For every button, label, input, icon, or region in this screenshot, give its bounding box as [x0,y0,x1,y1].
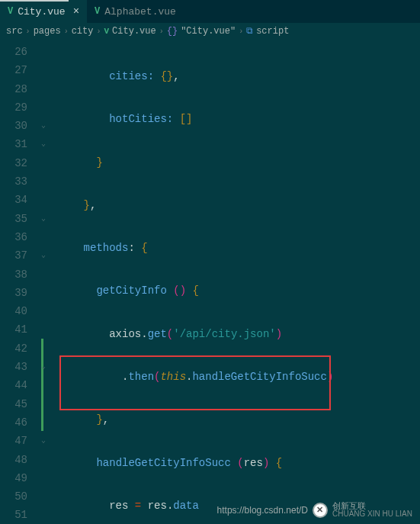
breadcrumb-object[interactable]: "City.vue" [181,26,236,37]
tab-alphabet-vue[interactable]: V Alphabet.vue [87,0,184,23]
vue-icon: V [95,6,100,17]
line-number: 50 [0,487,27,506]
line-number: 26 [0,43,27,61]
fold-cell [41,284,58,302]
fold-cell [41,191,58,209]
fold-cell [41,320,58,339]
close-icon[interactable]: × [73,5,79,18]
line-number: 32 [0,154,27,172]
fold-cell [41,469,58,487]
line-number: 45 [0,395,27,413]
fold-cell [41,413,58,432]
fold-cell[interactable]: ⌄ [41,358,58,376]
line-number-gutter: 2627282930313233343536373839404142434445… [0,40,41,524]
chevron-right-icon: › [26,27,30,36]
fold-cell [41,43,58,61]
line-number: 27 [0,61,27,79]
fold-cell [41,80,58,98]
breadcrumb-file[interactable]: City.vue [112,26,156,37]
fold-cell [41,487,58,506]
fold-cell[interactable]: ⌄ [41,246,58,265]
line-number: 46 [0,413,27,432]
tab-label: City.vue [18,6,65,18]
chevron-right-icon: › [239,27,243,36]
fold-cell [41,302,58,320]
fold-cell[interactable]: ⌄ [41,117,58,135]
fold-cell [41,61,58,79]
fold-cell[interactable]: ⌄ [41,210,58,228]
watermark-brand-en: CHUANG XIN HU LIAN [332,510,412,518]
line-number: 28 [0,80,27,98]
line-number: 43 [0,358,27,376]
fold-cell [41,228,58,246]
line-number: 42 [0,339,27,358]
active-tab-indicator [0,0,69,2]
fold-cell [41,506,58,524]
line-number: 33 [0,172,27,191]
breadcrumb-tag[interactable]: script [256,26,289,37]
tag-icon: ⧉ [246,26,253,37]
code-line: getCityInfo () { [58,281,420,300]
code-line: }, [58,410,420,429]
fold-cell [41,395,58,413]
chevron-right-icon: › [64,27,69,36]
line-number: 39 [0,284,27,302]
fold-column: ⌄⌄⌄⌄⌄⌄ [41,40,58,524]
code-line: axios.get('/api/city.json') [58,325,420,343]
code-editor[interactable]: 2627282930313233343536373839404142434445… [0,40,420,524]
code-line: } [58,153,420,172]
fold-cell [41,451,58,469]
fold-cell[interactable]: ⌄ [41,135,58,153]
line-number: 40 [0,302,27,320]
breadcrumb-item[interactable]: src [6,26,23,37]
code-line: cities: {}, [58,67,420,85]
vue-icon: V [8,6,13,17]
braces-icon: {} [167,26,178,37]
line-number: 41 [0,320,27,339]
tab-label: Alphabet.vue [104,6,176,18]
fold-cell [41,98,58,117]
logo-icon: ✕ [313,503,328,518]
line-number: 38 [0,265,27,284]
line-number: 29 [0,98,27,117]
vue-icon: V [104,27,109,36]
watermark-url: https://blog.csdn.net/D [217,505,308,516]
line-number: 48 [0,451,27,469]
fold-cell [41,265,58,284]
line-number: 30 [0,117,27,135]
line-number: 44 [0,376,27,394]
chevron-right-icon: › [96,27,101,36]
fold-cell [41,154,58,172]
line-number: 34 [0,191,27,209]
tab-city-vue[interactable]: V City.vue × [0,0,87,23]
tab-bar: V City.vue × V Alphabet.vue [0,0,420,23]
breadcrumb: src › pages › city › V City.vue › {} "Ci… [0,23,420,40]
line-number: 47 [0,432,27,450]
line-number: 37 [0,246,27,265]
fold-cell [41,376,58,394]
fold-cell [41,339,58,358]
fold-cell[interactable]: ⌄ [41,432,58,450]
line-number: 35 [0,210,27,228]
fold-cell [41,172,58,191]
code-area[interactable]: cities: {}, hotCities: [] } }, methods: … [58,40,420,524]
code-line: .then(this.handleGetCityInfoSucc) [58,368,420,386]
code-line: handleGetCityInfoSucc (res) { [58,454,420,472]
watermark: https://blog.csdn.net/D ✕ 创新互联 CHUANG XI… [217,502,412,518]
line-number: 49 [0,469,27,487]
breadcrumb-item[interactable]: pages [34,26,61,37]
code-line: methods: { [58,239,420,257]
code-line: hotCities: [] [58,110,420,128]
code-line: }, [58,196,420,214]
line-number: 36 [0,228,27,246]
line-number: 31 [0,135,27,153]
line-number: 51 [0,506,27,524]
breadcrumb-item[interactable]: city [72,26,94,37]
chevron-right-icon: › [159,27,164,36]
